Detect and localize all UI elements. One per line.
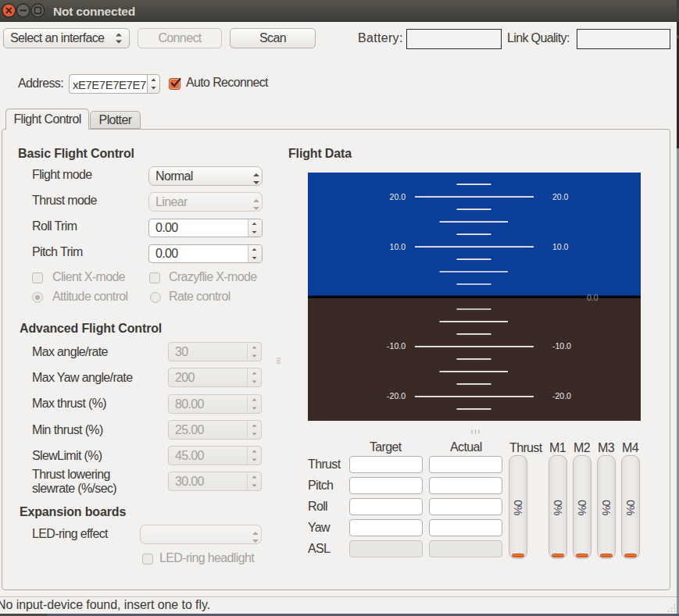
svg-text:-10.0: -10.0 [387,341,406,351]
svg-text:20.0: 20.0 [552,192,569,201]
svg-text:20.0: 20.0 [390,192,406,201]
svg-text:-20.0: -20.0 [387,391,406,401]
svg-text:-10.0: -10.0 [552,341,571,351]
svg-text:10.0: 10.0 [552,242,569,251]
svg-text:-20.0: -20.0 [552,391,571,401]
svg-text:10.0: 10.0 [390,242,406,251]
svg-text:0.0: 0.0 [587,293,599,302]
